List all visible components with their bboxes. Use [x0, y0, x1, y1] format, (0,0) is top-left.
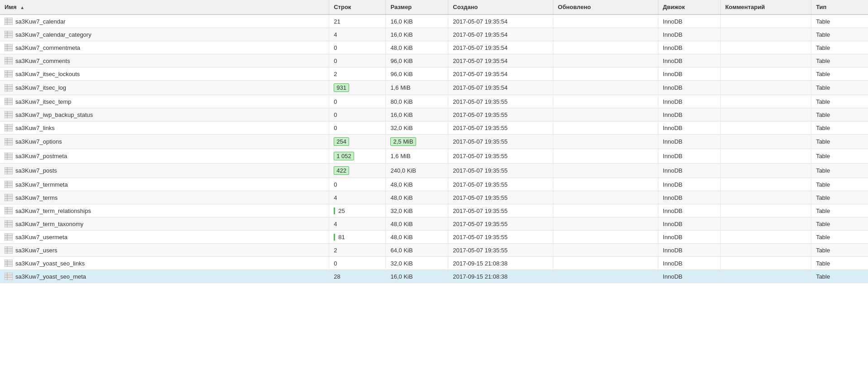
rows-value: 0 [329, 95, 386, 108]
size-value: 1,6 MiB [386, 149, 448, 164]
table-row[interactable]: sa3Kuw7_commentmeta 048,0 KiB2017-05-07 … [0, 41, 868, 54]
table-row[interactable]: sa3Kuw7_users 264,0 KiB2017-05-07 19:35:… [0, 244, 868, 257]
table-name: sa3Kuw7_itsec_lockouts [15, 71, 80, 77]
table-row[interactable]: sa3Kuw7_links 032,0 KiB2017-05-07 19:35:… [0, 121, 868, 135]
table-row[interactable]: sa3Kuw7_terms 448,0 KiB2017-05-07 19:35:… [0, 191, 868, 204]
cell-type: Table [811, 231, 868, 244]
table-row[interactable]: sa3Kuw7_iwp_backup_status 016,0 KiB2017-… [0, 108, 868, 121]
svg-rect-8 [5, 44, 13, 51]
table-row[interactable]: sa3Kuw7_comments 096,0 KiB2017-05-07 19:… [0, 54, 868, 68]
cell-comment [720, 270, 811, 283]
cell-name: sa3Kuw7_iwp_backup_status [0, 108, 329, 121]
cell-name: sa3Kuw7_yoast_seo_links [0, 257, 329, 270]
table-name: sa3Kuw7_itsec_log [15, 84, 66, 91]
col-header-type[interactable]: Тип [811, 0, 868, 14]
table-row[interactable]: sa3Kuw7_calendar_category 416,0 KiB2017-… [0, 28, 868, 41]
cell-created: 2017-05-07 19:35:54 [448, 81, 553, 95]
table-row[interactable]: sa3Kuw7_options 2542,5 MiB2017-05-07 19:… [0, 135, 868, 149]
table-row[interactable]: sa3Kuw7_itsec_log 9311,6 MiB2017-05-07 1… [0, 81, 868, 95]
table-name: sa3Kuw7_term_taxonomy [15, 221, 83, 227]
table-row[interactable]: sa3Kuw7_usermeta 8148,0 KiB2017-05-07 19… [0, 231, 868, 244]
svg-rect-44 [5, 167, 13, 174]
cell-engine: InnoDB [658, 95, 720, 108]
cell-name: sa3Kuw7_term_relationships [0, 204, 329, 217]
col-header-size[interactable]: Размер [386, 0, 448, 14]
table-icon [5, 260, 13, 267]
cell-created: 2017-05-07 19:35:55 [448, 95, 553, 108]
cell-created: 2017-05-07 19:35:54 [448, 14, 553, 28]
cell-updated [553, 81, 658, 95]
table-icon [5, 124, 13, 131]
table-row[interactable]: sa3Kuw7_term_relationships 2532,0 KiB201… [0, 204, 868, 217]
svg-rect-4 [5, 31, 13, 38]
cell-type: Table [811, 14, 868, 28]
rows-value: 422 [334, 166, 349, 175]
col-header-engine[interactable]: Движок [658, 0, 720, 14]
col-header-name[interactable]: Имя ▲ [0, 0, 329, 14]
cell-created: 2017-05-07 19:35:55 [448, 231, 553, 244]
cell-name: sa3Kuw7_postmeta [0, 149, 329, 164]
cell-rows: 1 052 [329, 149, 386, 164]
cell-updated [553, 54, 658, 68]
table-icon [5, 233, 13, 241]
table-name: sa3Kuw7_itsec_temp [15, 98, 72, 105]
database-table-container: Имя ▲ Строк Размер Создано Обновлено Дви… [0, 0, 868, 283]
table-icon [5, 111, 13, 118]
table-name: sa3Kuw7_posts [15, 167, 57, 174]
cell-updated [553, 41, 658, 54]
cell-type: Table [811, 108, 868, 121]
col-header-updated[interactable]: Обновлено [553, 0, 658, 14]
size-value: 16,0 KiB [386, 270, 448, 283]
tables-list: Имя ▲ Строк Размер Создано Обновлено Дви… [0, 0, 868, 283]
table-name: sa3Kuw7_yoast_seo_meta [15, 273, 86, 280]
size-value: 48,0 KiB [386, 217, 448, 231]
table-row[interactable]: sa3Kuw7_yoast_seo_links 032,0 KiB2017-09… [0, 257, 868, 270]
rows-value: 4 [329, 217, 386, 231]
size-value: 48,0 KiB [386, 178, 448, 191]
cell-name: sa3Kuw7_termmeta [0, 178, 329, 191]
table-row[interactable]: sa3Kuw7_itsec_lockouts 296,0 KiB2017-05-… [0, 68, 868, 81]
cell-comment [720, 121, 811, 135]
rows-value: 21 [329, 14, 386, 28]
cell-name: sa3Kuw7_calendar_category [0, 28, 329, 41]
table-row[interactable]: sa3Kuw7_term_taxonomy 448,0 KiB2017-05-0… [0, 217, 868, 231]
svg-rect-12 [5, 57, 13, 64]
table-icon [5, 246, 13, 254]
size-value: 96,0 KiB [386, 68, 448, 81]
cell-updated [553, 270, 658, 283]
table-icon [5, 207, 13, 214]
col-header-comment[interactable]: Комментарий [720, 0, 811, 14]
table-icon [5, 167, 13, 174]
cell-comment [720, 28, 811, 41]
cell-name: sa3Kuw7_term_taxonomy [0, 217, 329, 231]
table-row[interactable]: sa3Kuw7_termmeta 048,0 KiB2017-05-07 19:… [0, 178, 868, 191]
cell-created: 2017-05-07 19:35:55 [448, 244, 553, 257]
cell-updated [553, 135, 658, 149]
cell-updated [553, 191, 658, 204]
cell-type: Table [811, 164, 868, 178]
cell-name: sa3Kuw7_users [0, 244, 329, 257]
col-header-created[interactable]: Создано [448, 0, 553, 14]
cell-comment [720, 68, 811, 81]
cell-created: 2017-05-07 19:35:55 [448, 164, 553, 178]
svg-rect-20 [5, 84, 13, 92]
cell-updated [553, 149, 658, 164]
rows-value: 0 [329, 108, 386, 121]
table-icon [5, 138, 13, 145]
cell-updated [553, 95, 658, 108]
svg-rect-64 [5, 233, 13, 241]
table-row[interactable]: sa3Kuw7_itsec_temp 080,0 KiB2017-05-07 1… [0, 95, 868, 108]
table-name: sa3Kuw7_terms [15, 194, 58, 201]
cell-comment [720, 149, 811, 164]
table-row[interactable]: sa3Kuw7_posts 422240,0 KiB2017-05-07 19:… [0, 164, 868, 178]
table-row[interactable]: sa3Kuw7_yoast_seo_meta 2816,0 KiB2017-09… [0, 270, 868, 283]
table-row[interactable]: sa3Kuw7_calendar 2116,0 KiB2017-05-07 19… [0, 14, 868, 28]
table-row[interactable]: sa3Kuw7_postmeta 1 0521,6 MiB2017-05-07 … [0, 149, 868, 164]
col-header-rows[interactable]: Строк [329, 0, 386, 14]
cell-engine: InnoDB [658, 68, 720, 81]
table-name: sa3Kuw7_yoast_seo_links [15, 260, 85, 267]
cell-engine: InnoDB [658, 121, 720, 135]
rows-value: 0 [329, 178, 386, 191]
size-value: 16,0 KiB [386, 14, 448, 28]
cell-size: 2,5 MiB [386, 135, 448, 149]
